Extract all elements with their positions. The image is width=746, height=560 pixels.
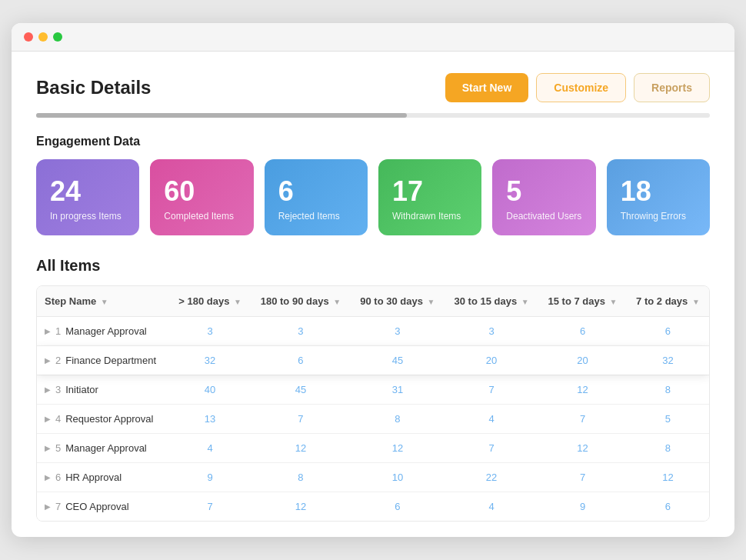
180plus-sort-icon: ▼ — [234, 298, 241, 306]
val-30-15: 4 — [445, 492, 538, 522]
engagement-cards: 24 In progress Items 60 Completed Items … — [36, 159, 710, 236]
expand-icon[interactable]: ▶ — [45, 415, 51, 423]
val-15-7: 9 — [538, 492, 627, 522]
col-step-name[interactable]: Step Name ▼ — [37, 286, 169, 317]
15-7-sort-icon: ▼ — [610, 298, 618, 306]
expand-icon[interactable]: ▶ — [45, 327, 51, 335]
card-in-progress-number: 24 — [50, 176, 125, 207]
table-row: ▶ 6 HR Approval 9 8 10 22 7 12 — [37, 463, 709, 492]
card-withdrawn[interactable]: 17 Withdrawn Items — [378, 159, 481, 236]
table-row: ▶ 2 Finance Department 32 6 45 20 20 32 — [37, 346, 709, 375]
table-row: ▶ 5 Manager Approval 4 12 12 7 12 8 — [37, 434, 709, 463]
val-15-7: 7 — [538, 463, 627, 492]
val-90-30: 10 — [351, 463, 445, 492]
val-180-90: 45 — [251, 375, 351, 405]
step-name-cell: ▶ 7 CEO Approval — [37, 492, 169, 522]
card-in-progress-label: In progress Items — [50, 211, 125, 222]
progress-bar-fill — [36, 113, 407, 118]
items-table-wrap: Step Name ▼ > 180 days ▼ 180 to 90 days … — [36, 285, 710, 522]
7-2-sort-icon: ▼ — [692, 298, 700, 306]
expand-icon[interactable]: ▶ — [45, 444, 51, 452]
titlebar — [12, 23, 734, 52]
row-number: 1 — [55, 325, 61, 337]
step-name-text: Requestor Approval — [65, 413, 153, 425]
val-180plus: 4 — [169, 434, 251, 463]
val-15-7: 12 — [538, 434, 627, 463]
table-row: ▶ 4 Requestor Approval 13 7 8 4 7 5 — [37, 405, 709, 434]
card-rejected-number: 6 — [278, 176, 354, 207]
val-7-2: 8 — [627, 434, 709, 463]
table-row: ▶ 3 Initiator 40 45 31 7 12 8 — [37, 375, 709, 405]
col-90-30[interactable]: 90 to 30 days ▼ — [351, 286, 445, 317]
col-180plus[interactable]: > 180 days ▼ — [169, 286, 251, 317]
step-name-cell: ▶ 3 Initiator — [37, 375, 169, 405]
val-180plus: 32 — [169, 346, 251, 375]
val-90-30: 8 — [351, 405, 445, 434]
val-90-30: 45 — [351, 346, 445, 375]
step-name-text: CEO Approval — [65, 501, 128, 512]
val-30-15: 3 — [445, 317, 538, 346]
maximize-dot[interactable] — [53, 32, 62, 42]
col-7-2[interactable]: 7 to 2 days ▼ — [627, 286, 709, 317]
30-15-sort-icon: ▼ — [521, 298, 529, 306]
card-in-progress[interactable]: 24 In progress Items — [36, 159, 139, 236]
val-30-15: 7 — [445, 375, 538, 405]
val-180-90: 3 — [251, 317, 351, 346]
val-90-30: 6 — [351, 492, 445, 522]
table-row: ▶ 1 Manager Approval 3 3 3 3 6 6 — [37, 317, 709, 346]
expand-icon[interactable]: ▶ — [45, 502, 51, 511]
val-30-15: 22 — [445, 463, 538, 492]
val-7-2: 32 — [627, 346, 709, 375]
step-name-sort-icon: ▼ — [101, 298, 108, 306]
val-7-2: 6 — [627, 317, 709, 346]
180-90-sort-icon: ▼ — [333, 298, 341, 306]
val-180-90: 6 — [251, 346, 351, 375]
expand-icon[interactable]: ▶ — [45, 356, 51, 365]
val-180plus: 7 — [169, 492, 251, 522]
val-180plus: 9 — [169, 463, 251, 492]
progress-bar-wrap — [36, 113, 710, 118]
card-throwing-errors-label: Throwing Errors — [621, 211, 696, 222]
page-title: Basic Details — [36, 77, 151, 98]
val-30-15: 20 — [445, 346, 538, 375]
val-180-90: 12 — [251, 492, 351, 522]
row-number: 7 — [55, 501, 61, 512]
expand-icon[interactable]: ▶ — [45, 385, 51, 394]
val-90-30: 3 — [351, 317, 445, 346]
card-throwing-errors-number: 18 — [621, 176, 696, 207]
val-180plus: 3 — [169, 317, 251, 346]
reports-button[interactable]: Reports — [634, 73, 710, 102]
val-90-30: 31 — [351, 375, 445, 405]
card-deactivated-label: Deactivated Users — [506, 211, 581, 222]
val-7-2: 12 — [627, 463, 709, 492]
card-completed[interactable]: 60 Completed Items — [150, 159, 253, 236]
customize-button[interactable]: Customize — [536, 73, 626, 102]
row-number: 4 — [55, 413, 61, 425]
val-15-7: 7 — [538, 405, 627, 434]
engagement-section-title: Engagement Data — [36, 135, 710, 148]
card-deactivated[interactable]: 5 Deactivated Users — [492, 159, 595, 236]
val-15-7: 20 — [538, 346, 627, 375]
val-7-2: 6 — [627, 492, 709, 522]
start-new-button[interactable]: Start New — [445, 73, 529, 102]
minimize-dot[interactable] — [38, 32, 48, 42]
card-throwing-errors[interactable]: 18 Throwing Errors — [607, 159, 710, 236]
card-withdrawn-label: Withdrawn Items — [392, 211, 468, 222]
col-15-7[interactable]: 15 to 7 days ▼ — [538, 286, 627, 317]
card-deactivated-number: 5 — [506, 176, 581, 207]
expand-icon[interactable]: ▶ — [45, 473, 51, 482]
col-180-90[interactable]: 180 to 90 days ▼ — [251, 286, 351, 317]
card-rejected[interactable]: 6 Rejected Items — [265, 159, 368, 236]
step-name-text: Initiator — [65, 384, 98, 395]
step-name-cell: ▶ 2 Finance Department — [37, 346, 169, 375]
card-rejected-label: Rejected Items — [278, 211, 354, 222]
header-row: Basic Details Start New Customize Report… — [36, 73, 710, 102]
90-30-sort-icon: ▼ — [428, 298, 435, 306]
val-90-30: 12 — [351, 434, 445, 463]
items-table: Step Name ▼ > 180 days ▼ 180 to 90 days … — [37, 286, 709, 521]
table-row: ▶ 7 CEO Approval 7 12 6 4 9 6 — [37, 492, 709, 522]
col-30-15[interactable]: 30 to 15 days ▼ — [445, 286, 538, 317]
table-header-row: Step Name ▼ > 180 days ▼ 180 to 90 days … — [37, 286, 709, 317]
close-dot[interactable] — [24, 32, 33, 42]
val-30-15: 7 — [445, 434, 538, 463]
